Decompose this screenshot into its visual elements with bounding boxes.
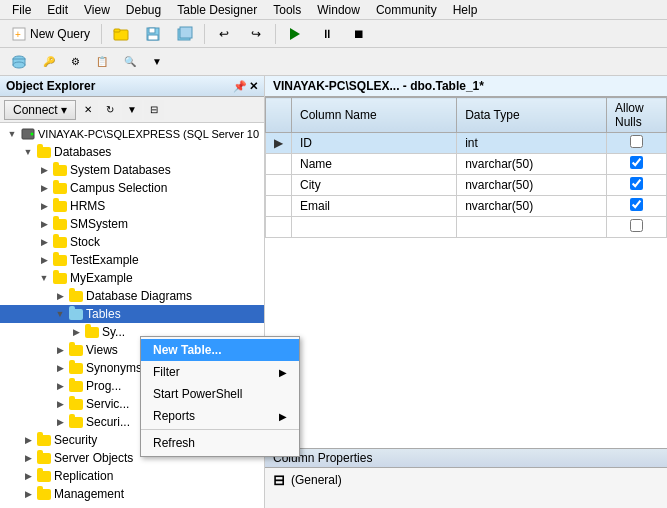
menu-file[interactable]: File <box>4 1 39 19</box>
new-query-button[interactable]: + New Query <box>4 23 97 45</box>
pin-icon[interactable]: 📌 <box>233 80 247 93</box>
open-file-button[interactable] <box>106 23 136 45</box>
expander-system-db[interactable]: ▶ <box>36 165 52 175</box>
run-button[interactable] <box>280 23 310 45</box>
tree-node-management[interactable]: ▶ Management <box>0 485 264 503</box>
expander-server[interactable]: ▼ <box>4 129 20 139</box>
col-type-2[interactable]: nvarchar(50) <box>457 154 607 175</box>
collapse-button[interactable]: ⊟ <box>144 100 164 120</box>
col-null-2[interactable] <box>607 154 667 175</box>
col-name-4[interactable]: Email <box>292 196 457 217</box>
redo-button[interactable]: ↪ <box>241 23 271 45</box>
save-button[interactable] <box>138 23 168 45</box>
ctx-reports[interactable]: Reports ▶ <box>141 405 299 427</box>
tree-node-myexample[interactable]: ▼ MyExample <box>0 269 264 287</box>
expander-replication[interactable]: ▶ <box>20 471 36 481</box>
col-type-3[interactable]: nvarchar(50) <box>457 175 607 196</box>
expander-management[interactable]: ▶ <box>20 489 36 499</box>
stop-button[interactable]: ⏹ <box>344 23 374 45</box>
toolbar2-btn1[interactable] <box>4 51 34 73</box>
expander-test[interactable]: ▶ <box>36 255 52 265</box>
menu-help[interactable]: Help <box>445 1 486 19</box>
connect-button[interactable]: Connect ▾ <box>4 100 76 120</box>
collapse-general-icon[interactable]: ⊟ <box>273 472 285 488</box>
expander-campus[interactable]: ▶ <box>36 183 52 193</box>
menu-window[interactable]: Window <box>309 1 368 19</box>
col-null-4[interactable] <box>607 196 667 217</box>
table-row[interactable]: Name nvarchar(50) <box>266 154 667 175</box>
undo-button[interactable]: ↩ <box>209 23 239 45</box>
expander-prog[interactable]: ▶ <box>52 381 68 391</box>
expander-diagrams[interactable]: ▶ <box>52 291 68 301</box>
expander-security[interactable]: ▶ <box>20 435 36 445</box>
table-row[interactable]: Email nvarchar(50) <box>266 196 667 217</box>
filter-button[interactable]: ▼ <box>122 100 142 120</box>
expander-stock[interactable]: ▶ <box>36 237 52 247</box>
toolbar2-btn3[interactable]: ⚙ <box>64 51 87 73</box>
table-row[interactable]: City nvarchar(50) <box>266 175 667 196</box>
null-checkbox-1[interactable] <box>630 135 643 148</box>
refresh-oe-button[interactable]: ↻ <box>100 100 120 120</box>
expander-security-inner[interactable]: ▶ <box>52 417 68 427</box>
expander-service[interactable]: ▶ <box>52 399 68 409</box>
expander-server-objects[interactable]: ▶ <box>20 453 36 463</box>
ctx-powershell[interactable]: Start PowerShell <box>141 383 299 405</box>
menu-debug[interactable]: Debug <box>118 1 169 19</box>
tree-node-test[interactable]: ▶ TestExample <box>0 251 264 269</box>
null-checkbox-3[interactable] <box>630 177 643 190</box>
col-type-4[interactable]: nvarchar(50) <box>457 196 607 217</box>
tree-node-smsystem[interactable]: ▶ SMSystem <box>0 215 264 233</box>
toolbar2-btn6[interactable]: ▼ <box>145 51 169 73</box>
toolbar2-btn4[interactable]: 📋 <box>89 51 115 73</box>
expander-smsystem[interactable]: ▶ <box>36 219 52 229</box>
null-checkbox-4[interactable] <box>630 198 643 211</box>
disconnect-button[interactable]: ✕ <box>78 100 98 120</box>
col-name-1[interactable]: ID <box>292 133 457 154</box>
table-row[interactable]: ▶ ID int <box>266 133 667 154</box>
expander-hrms[interactable]: ▶ <box>36 201 52 211</box>
close-icon[interactable]: ✕ <box>249 80 258 93</box>
col-name-3[interactable]: City <box>292 175 457 196</box>
tree-node-server[interactable]: ▼ VINAYAK-PC\SQLEXPRESS (SQL Server 10 <box>0 125 264 143</box>
column-properties-header[interactable]: Column Properties <box>265 449 667 468</box>
col-type-1[interactable]: int <box>457 133 607 154</box>
menu-tools[interactable]: Tools <box>265 1 309 19</box>
save-all-button[interactable] <box>170 23 200 45</box>
null-checkbox-5[interactable] <box>630 219 643 232</box>
col-name-2[interactable]: Name <box>292 154 457 175</box>
expander-tables[interactable]: ▼ <box>52 309 68 319</box>
ctx-refresh[interactable]: Refresh <box>141 432 299 454</box>
ctx-filter[interactable]: Filter ▶ <box>141 361 299 383</box>
menu-community[interactable]: Community <box>368 1 445 19</box>
table-designer-content[interactable]: Column Name Data Type Allow Nulls ▶ ID i… <box>265 97 667 448</box>
test-label: TestExample <box>70 253 139 267</box>
col-name-5[interactable] <box>292 217 457 238</box>
toolbar2-btn5[interactable]: 🔍 <box>117 51 143 73</box>
col-null-3[interactable] <box>607 175 667 196</box>
expander-views[interactable]: ▶ <box>52 345 68 355</box>
col-null-5[interactable] <box>607 217 667 238</box>
svg-marker-9 <box>290 28 300 40</box>
tree-node-replication[interactable]: ▶ Replication <box>0 467 264 485</box>
null-checkbox-2[interactable] <box>630 156 643 169</box>
col-null-1[interactable] <box>607 133 667 154</box>
tree-node-hrms[interactable]: ▶ HRMS <box>0 197 264 215</box>
col-type-5[interactable] <box>457 217 607 238</box>
table-row-empty[interactable] <box>266 217 667 238</box>
menu-view[interactable]: View <box>76 1 118 19</box>
debug-button[interactable]: ⏸ <box>312 23 342 45</box>
expander-myexample[interactable]: ▼ <box>36 273 52 283</box>
tree-node-tables[interactable]: ▼ Tables <box>0 305 264 323</box>
tree-node-stock[interactable]: ▶ Stock <box>0 233 264 251</box>
tree-node-system-db[interactable]: ▶ System Databases <box>0 161 264 179</box>
tree-node-campus[interactable]: ▶ Campus Selection <box>0 179 264 197</box>
tree-node-diagrams[interactable]: ▶ Database Diagrams <box>0 287 264 305</box>
menu-edit[interactable]: Edit <box>39 1 76 19</box>
ctx-new-table[interactable]: New Table... <box>141 339 299 361</box>
tree-node-databases[interactable]: ▼ Databases <box>0 143 264 161</box>
expander-synonyms[interactable]: ▶ <box>52 363 68 373</box>
expander-databases[interactable]: ▼ <box>20 147 36 157</box>
expander-sys[interactable]: ▶ <box>68 327 84 337</box>
toolbar2-btn2[interactable]: 🔑 <box>36 51 62 73</box>
menu-table-designer[interactable]: Table Designer <box>169 1 265 19</box>
